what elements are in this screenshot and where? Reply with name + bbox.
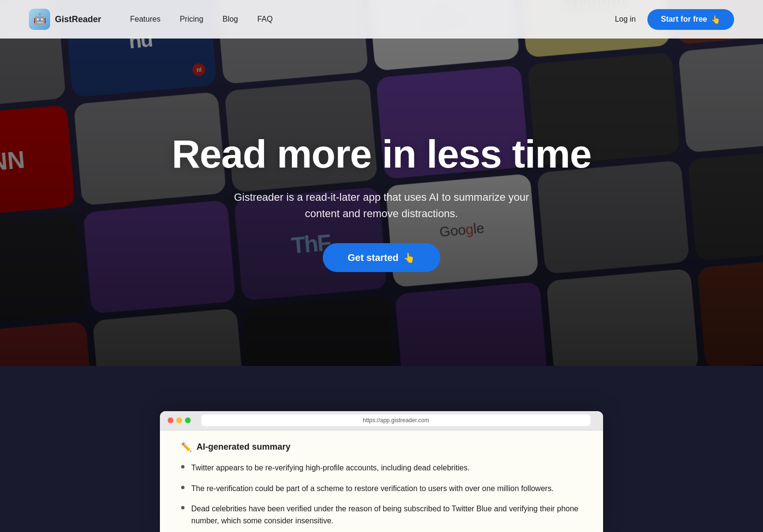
- nav-link-blog[interactable]: Blog: [223, 15, 238, 24]
- nav-brand-name: GistReader: [55, 14, 101, 25]
- hero-subtitle: Gistreader is a read-it-later app that u…: [218, 189, 545, 222]
- nav-links: Features Pricing Blog FAQ: [130, 15, 615, 24]
- browser-content: ✏️ AI-generated summary Twitter appears …: [160, 430, 603, 532]
- cta-emoji: 👆: [711, 15, 721, 24]
- browser-url-text: https://app.gistreader.com: [363, 417, 429, 424]
- browser-dot-yellow[interactable]: [176, 417, 182, 423]
- hero-cta-label: Get started: [348, 252, 399, 263]
- nav-link-pricing[interactable]: Pricing: [180, 15, 203, 24]
- browser-dot-green[interactable]: [185, 417, 191, 423]
- nav-right: Log in Start for free 👆: [615, 9, 734, 30]
- get-started-button[interactable]: Get started 👆: [323, 243, 441, 272]
- hero-cta-emoji: 👆: [403, 252, 415, 263]
- hero-title: Read more in less time: [171, 132, 591, 176]
- navbar: 🤖 GistReader Features Pricing Blog FAQ L…: [0, 0, 763, 39]
- start-for-free-button[interactable]: Start for free 👆: [647, 9, 734, 30]
- bullet-1: [181, 465, 184, 468]
- browser-url-bar[interactable]: https://app.gistreader.com: [201, 415, 591, 426]
- summary-header: ✏️ AI-generated summary: [181, 442, 582, 453]
- summary-list: Twitter appears to be re-verifying high-…: [181, 462, 582, 532]
- summary-text-2: The re-verification could be part of a s…: [191, 483, 553, 495]
- pencil-icon: ✏️: [181, 442, 192, 453]
- summary-text-1: Twitter appears to be re-verifying high-…: [191, 462, 470, 474]
- hero-content: Read more in less time Gistreader is a r…: [0, 39, 763, 366]
- summary-item-3: Dead celebrities have been verified unde…: [181, 503, 582, 527]
- bullet-3: [181, 506, 184, 509]
- nav-logo: 🤖: [29, 9, 50, 30]
- browser-dots: [168, 417, 191, 423]
- summary-title: AI-generated summary: [197, 442, 290, 452]
- nav-brand[interactable]: 🤖 GistReader: [29, 9, 101, 30]
- login-link[interactable]: Log in: [615, 15, 636, 24]
- cta-label: Start for free: [661, 15, 707, 24]
- browser-window: https://app.gistreader.com ✏️ AI-generat…: [160, 411, 603, 532]
- bullet-2: [181, 486, 184, 489]
- summary-item-2: The re-verification could be part of a s…: [181, 483, 582, 495]
- summary-text-3: Dead celebrities have been verified unde…: [191, 503, 582, 527]
- browser-dot-red[interactable]: [168, 417, 173, 423]
- summary-item-1: Twitter appears to be re-verifying high-…: [181, 462, 582, 474]
- nav-link-features[interactable]: Features: [130, 15, 160, 24]
- nav-link-faq[interactable]: FAQ: [257, 15, 273, 24]
- browser-chrome: https://app.gistreader.com: [160, 411, 603, 430]
